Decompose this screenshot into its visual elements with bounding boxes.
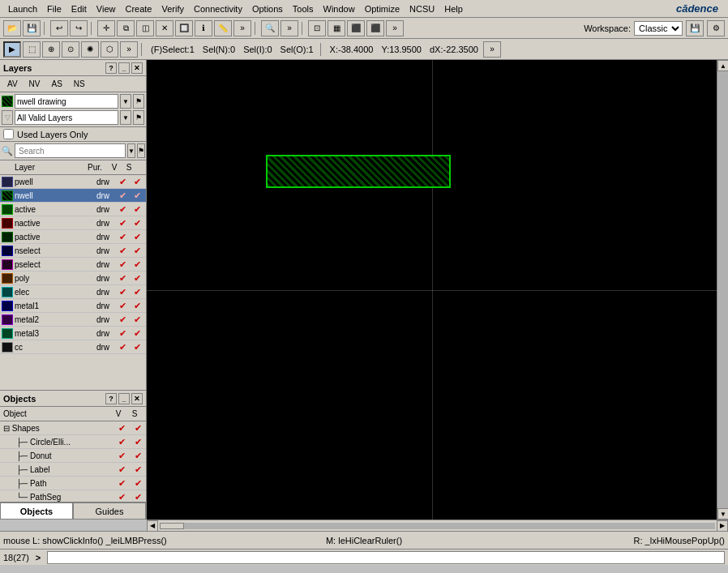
menu-help[interactable]: Help [439,2,468,15]
objects-help-button[interactable]: ? [105,393,117,404]
layer-row[interactable]: nwell drw ✔ ✔ [0,189,146,203]
more-button[interactable]: » [233,20,251,36]
layer-tab-as[interactable]: AS [48,78,66,90]
select-button[interactable]: ▶ [3,41,21,58]
layer-tab-av[interactable]: AV [3,78,22,90]
select-hier-button[interactable]: ⊕ [42,41,60,58]
obj-col-object: Object [3,409,110,418]
layer-row[interactable]: elec drw ✔ ✔ [0,285,146,299]
layer2-dropdown[interactable]: All Valid Layers [15,110,118,125]
zoom-more-button[interactable]: » [280,20,298,36]
layer-tab-ns[interactable]: NS [70,78,89,90]
scroll-left-button[interactable]: ◀ [147,520,158,532]
layer-row[interactable]: pselect drw ✔ ✔ [0,258,146,272]
select-more-button[interactable]: » [120,41,138,58]
save-button[interactable]: 💾 [23,20,41,36]
scroll-right-button[interactable]: ▶ [717,520,728,532]
hscroll-track[interactable] [160,523,715,529]
info-button[interactable]: ℹ [195,20,212,36]
layer2-filter-icon[interactable]: ⚑ [133,110,144,125]
select-param-button[interactable]: ⬡ [101,41,118,58]
prop-button[interactable]: 🔲 [175,20,193,36]
object-row[interactable]: ├─ Path ✔ ✔ [0,477,146,490]
open-button[interactable]: 📂 [3,20,21,36]
layers-close-button[interactable]: ✕ [131,62,143,74]
layer-row[interactable]: metal1 drw ✔ ✔ [0,299,146,313]
layers-help-button[interactable]: ? [105,62,117,74]
grid-button[interactable]: ▦ [328,20,345,36]
objects-minimize-button[interactable]: _ [118,393,130,404]
layer-row[interactable]: active drw ✔ ✔ [0,203,146,216]
layer-list[interactable]: pwell drw ✔ ✔ nwell drw ✔ ✔ active drw ✔ [0,175,146,390]
ruler-button[interactable]: 📏 [214,20,232,36]
layer-row[interactable]: poly drw ✔ ✔ [0,272,146,285]
cmd-input[interactable] [47,551,725,564]
menu-file[interactable]: File [42,2,66,15]
canvas-area[interactable] [147,60,717,520]
hscroll-thumb[interactable] [160,523,184,529]
object-row[interactable]: ├─ Donut ✔ ✔ [0,449,146,463]
redo-button[interactable]: ↪ [70,20,88,36]
object-row[interactable]: ⊟ Shapes ✔ ✔ [0,421,146,435]
extra-button[interactable]: » [386,20,404,36]
tab-objects[interactable]: Objects [0,502,73,520]
layer1-filter-icon[interactable]: ⚑ [133,94,144,109]
search-input[interactable] [15,143,126,158]
workspace-opt-button[interactable]: ⚙ [707,20,725,36]
layers-minimize-button[interactable]: _ [118,62,130,74]
menu-view[interactable]: View [92,2,121,15]
workspace-save-button[interactable]: 💾 [686,20,704,36]
tab-guides[interactable]: Guides [73,502,146,520]
menu-ncsu[interactable]: NCSU [405,2,439,15]
search-filter-icon[interactable]: ⚑ [137,143,145,158]
layer-row[interactable]: pwell drw ✔ ✔ [0,175,146,189]
coord-more-button[interactable]: » [483,41,501,58]
layer-row[interactable]: metal3 drw ✔ ✔ [0,327,146,340]
menu-connectivity[interactable]: Connectivity [189,2,247,15]
select-area-button[interactable]: ⬚ [23,41,41,58]
menu-options[interactable]: Options [247,2,288,15]
copy-button[interactable]: ⧉ [117,20,135,36]
layer-row[interactable]: cc drw ✔ ✔ [0,340,146,354]
object-row[interactable]: └─ PathSeg ✔ ✔ [0,490,146,502]
layer1-dropdown-arrow[interactable]: ▼ [120,94,131,109]
menu-window[interactable]: Window [319,2,360,15]
status-right: R: _lxHiMousePopUp() [484,536,725,545]
menu-launch[interactable]: Launch [3,2,42,15]
drc-button[interactable]: ⬛ [347,20,365,36]
snap-button[interactable]: ⊡ [308,20,326,36]
menu-verify[interactable]: Verify [156,2,189,15]
object-row[interactable]: ├─ Circle/Elli... ✔ ✔ [0,435,146,449]
objects-close-button[interactable]: ✕ [131,393,143,404]
filter-icon[interactable]: ▽ [2,110,13,125]
col-layer: Layer [13,163,83,172]
undo-button[interactable]: ↩ [50,20,68,36]
layer-row[interactable]: nactive drw ✔ ✔ [0,216,146,230]
scroll-up-button[interactable]: ▲ [717,60,728,71]
scroll-track[interactable] [717,71,728,508]
layer-row[interactable]: pactive drw ✔ ✔ [0,230,146,244]
stretch-button[interactable]: ◫ [136,20,154,36]
layer1-dropdown[interactable]: nwell drawing [15,94,118,109]
layer-row[interactable]: metal2 drw ✔ ✔ [0,313,146,327]
used-layers-checkbox[interactable] [3,129,14,139]
search-dropdown-arrow[interactable]: ▼ [127,143,135,158]
layer2-dropdown-arrow[interactable]: ▼ [120,110,131,125]
objects-list[interactable]: ⊟ Shapes ✔ ✔ ├─ Circle/Elli... ✔ ✔ ├─ Do… [0,421,146,502]
select-point-button[interactable]: ⊙ [62,41,79,58]
move-button[interactable]: ✛ [97,20,115,36]
workspace-dropdown[interactable]: Classic [634,21,683,36]
object-row[interactable]: ├─ Label ✔ ✔ [0,463,146,477]
right-scrollbar: ▲ ▼ [717,60,728,520]
delete-button[interactable]: ✕ [156,20,173,36]
select-path-button[interactable]: ✺ [81,41,99,58]
lpe-button[interactable]: ⬛ [366,20,384,36]
menu-create[interactable]: Create [120,2,156,15]
menu-tools[interactable]: Tools [288,2,319,15]
menu-edit[interactable]: Edit [66,2,92,15]
layer-tab-nv[interactable]: NV [25,78,45,90]
menu-optimize[interactable]: Optimize [360,2,405,15]
zoom-button[interactable]: 🔍 [261,20,279,36]
scroll-down-button[interactable]: ▼ [717,508,728,520]
layer-row[interactable]: nselect drw ✔ ✔ [0,244,146,258]
